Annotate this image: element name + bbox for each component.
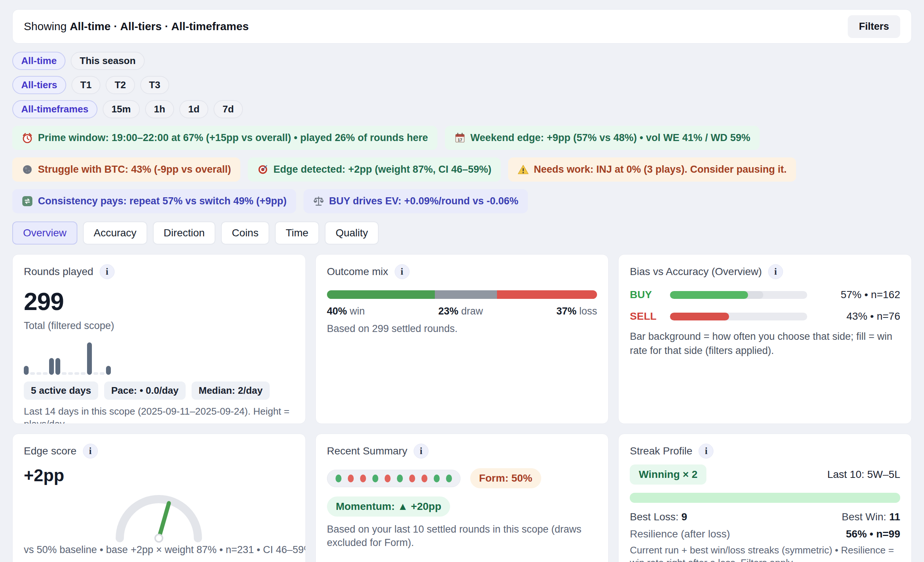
info-icon[interactable]: i [414,444,429,458]
filter-chip-1d[interactable]: 1d [179,100,208,118]
day-bar [36,372,41,375]
loss-dot [409,475,415,482]
outcome-stacked-bar [327,290,597,299]
bias-row-sell: SELL43% • n=76 [630,310,900,322]
card-bias-accuracy: Bias vs Accuracy (Overview) i BUY57% • n… [618,254,912,424]
alarm-clock-icon [22,132,33,144]
filter-chip-t1[interactable]: T1 [71,76,100,94]
day-bar [81,372,86,375]
loss-dot [385,475,391,482]
win-dot [336,475,342,482]
card-recent-summary: Recent Summary i Form: 50% Momentum: ▲ +… [315,434,609,562]
card-title: Outcome mix [327,266,388,278]
rounds-stat-chips: 5 active days Pace: • 0.0/day Median: 2/… [24,382,294,400]
outcome-label-win: 40% win [327,305,365,317]
info-icon[interactable]: i [699,444,714,458]
median-chip: Median: 2/day [192,382,270,400]
card-rounds-played: Rounds played i 299 Total (filtered scop… [12,254,306,424]
info-icon[interactable]: i [394,264,410,279]
outcome-segment-loss [497,290,597,299]
filter-chip-1h[interactable]: 1h [145,100,174,118]
insight-row-2: Struggle with BTC: 43% (-9pp vs overall)… [12,158,912,182]
insight-row-3: Consistency pays: repeat 57% vs switch 4… [12,189,912,213]
loss-dot [348,475,354,482]
moon-icon [22,164,33,175]
svg-text:17: 17 [458,138,462,142]
day-bar [62,372,67,375]
insight-badge-consistency-pays: Consistency pays: repeat 57% vs switch 4… [12,189,296,213]
outcome-label-loss: 37% loss [556,305,597,317]
win-dot [434,475,440,482]
scope-prefix: Showing [24,20,67,32]
insight-badge-weekend-edge: 17Weekend edge: +9pp (57% vs 48%) • vol … [445,126,760,150]
loss-dot [422,475,428,482]
bias-caption: Bar background = how often you choose th… [630,330,900,358]
info-icon[interactable]: i [83,444,98,458]
win-dot [397,475,403,482]
day-bar [106,366,111,375]
outcome-segment-draw [435,290,497,299]
insight-text: BUY drives EV: +0.09%/round vs -0.06% [329,195,519,207]
insight-text: Needs work: INJ at 0% (3 plays). Conside… [534,164,787,175]
scope-value: All-time · All-tiers · All-timeframes [69,20,249,32]
insight-badge-needs-work: Needs work: INJ at 0% (3 plays). Conside… [508,158,796,182]
best-win: Best Win: 11 [842,511,900,523]
bias-value: 57% • n=162 [814,289,900,301]
filter-chip-all-time[interactable]: All-time [12,52,66,70]
win-rate-fill [670,291,748,299]
filter-row-time: All-timeThis season [12,52,912,70]
gauge-needle [159,503,169,538]
insight-text: Consistency pays: repeat 57% vs switch 4… [38,195,287,207]
filter-chip-t3[interactable]: T3 [140,76,169,94]
filter-chip-7d[interactable]: 7d [213,100,243,118]
filter-chip-all-tiers[interactable]: All-tiers [12,76,66,94]
filters-button[interactable]: Filters [848,15,900,38]
card-title: Bias vs Accuracy (Overview) [630,266,762,278]
daily-plays-chart [24,341,294,375]
info-icon[interactable]: i [100,264,115,279]
form-chip: Form: 50% [470,468,541,488]
tab-bar: OverviewAccuracyDirectionCoinsTimeQualit… [12,221,912,245]
bias-track [670,313,807,320]
filter-chip-t2[interactable]: T2 [106,76,135,94]
outcome-label-draw: 23% draw [438,305,483,317]
day-bar [56,358,60,375]
bias-row-buy: BUY57% • n=162 [630,289,900,301]
day-bar [74,372,79,375]
tab-overview[interactable]: Overview [12,221,77,245]
cards-grid: Rounds played i 299 Total (filtered scop… [12,254,912,562]
resilience-label: Resilience (after loss) [630,528,730,540]
tab-quality[interactable]: Quality [325,221,379,245]
day-bar [30,372,35,375]
filter-row-timeframes: All-timeframes15m1h1d7d [12,100,912,118]
streak-bar [630,493,900,503]
recent-footnote: Based on your last 10 settled rounds in … [327,523,597,550]
bias-value: 43% • n=76 [814,310,900,322]
filter-chip-this-season[interactable]: This season [70,52,144,70]
filter-chip-15m[interactable]: 15m [103,100,140,118]
card-title: Rounds played [24,266,93,278]
tab-time[interactable]: Time [275,221,319,245]
dashboard: Showing All-time · All-tiers · All-timef… [0,0,924,562]
card-title: Streak Profile [630,445,692,457]
scope-summary: Showing All-time · All-tiers · All-timef… [24,20,249,33]
tab-coins[interactable]: Coins [221,221,269,245]
filter-chip-all-timeframes[interactable]: All-timeframes [12,100,98,118]
outcome-segment-win [327,290,435,299]
insight-text: Edge detected: +2pp (weight 87%, CI 46–5… [273,164,491,175]
bias-bars: BUY57% • n=162SELL43% • n=76 [630,289,900,322]
insight-row-1: Prime window: 19:00–22:00 at 67% (+15pp … [12,126,912,150]
tab-accuracy[interactable]: Accuracy [83,221,147,245]
target-icon [257,164,268,175]
bias-track [670,291,807,299]
warning-icon [518,164,529,175]
rounds-total-subtitle: Total (filtered scope) [24,320,294,332]
edge-footnote: vs 50% baseline • base +2pp × weight 87%… [24,544,294,556]
tab-direction[interactable]: Direction [153,221,215,245]
best-loss: Best Loss: 9 [630,511,687,523]
win-rate-fill [670,313,729,320]
info-icon[interactable]: i [768,264,783,279]
side-label: BUY [630,289,663,301]
insight-text: Prime window: 19:00–22:00 at 67% (+15pp … [38,132,428,144]
insight-badge-buy-drives-ev: BUY drives EV: +0.09%/round vs -0.06% [303,189,528,213]
